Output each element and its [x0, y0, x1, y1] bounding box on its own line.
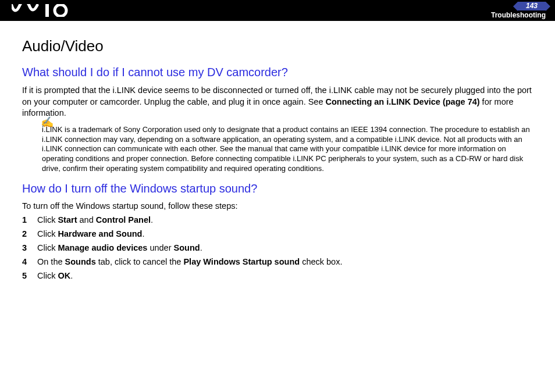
page-title: Audio/Video: [22, 37, 533, 55]
step-bold: Control Panel: [96, 215, 151, 224]
step-text: Click Hardware and Sound.: [37, 229, 533, 238]
step-item: 1Click Start and Control Panel.: [22, 215, 533, 224]
vaio-logo: [12, 4, 76, 17]
step-text: Click OK.: [37, 271, 533, 280]
step-bold: Sound: [174, 243, 200, 252]
question-1-heading: What should I do if I cannot use my DV c…: [22, 66, 533, 79]
steps-intro: To turn off the Windows startup sound, f…: [22, 201, 533, 211]
note-icon: ✍: [41, 116, 54, 129]
step-bold: OK: [58, 271, 70, 280]
step-text: Click Manage audio devices under Sound.: [37, 243, 533, 252]
steps-list: 1Click Start and Control Panel.2Click Ha…: [22, 215, 533, 280]
page-content: Audio/Video What should I do if I cannot…: [0, 21, 555, 297]
step-bold: Hardware and Sound: [58, 229, 142, 238]
ilink-device-link[interactable]: Connecting an i.LINK Device (page 74): [326, 97, 480, 106]
step-item: 3Click Manage audio devices under Sound.: [22, 243, 533, 252]
step-bold: Sounds: [65, 257, 96, 266]
step-number: 5: [22, 271, 37, 280]
svg-point-1: [55, 5, 66, 16]
question-1-body: If it is prompted that the i.LINK device…: [22, 85, 533, 119]
page-indicator: 143 Troubleshooting: [491, 2, 549, 19]
step-number: 2: [22, 229, 37, 238]
svg-rect-0: [45, 4, 49, 17]
note-block: ✍ i.LINK is a trademark of Sony Corporat…: [42, 125, 533, 174]
step-number: 1: [22, 215, 37, 224]
header-bar: 143 Troubleshooting: [0, 0, 555, 21]
step-bold: Start: [58, 215, 77, 224]
step-item: 5Click OK.: [22, 271, 533, 280]
step-text: On the Sounds tab, click to cancel the P…: [37, 257, 533, 266]
page-number-badge[interactable]: 143: [518, 2, 546, 10]
step-number: 3: [22, 243, 37, 252]
step-item: 2Click Hardware and Sound.: [22, 229, 533, 238]
step-number: 4: [22, 257, 37, 266]
step-item: 4On the Sounds tab, click to cancel the …: [22, 257, 533, 266]
step-bold: Play Windows Startup sound: [183, 257, 300, 266]
question-2-heading: How do I turn off the Windows startup so…: [22, 182, 533, 195]
section-label: Troubleshooting: [491, 12, 546, 19]
step-text: Click Start and Control Panel.: [37, 215, 533, 224]
vaio-logo-svg: [12, 4, 76, 17]
page-number: 143: [526, 2, 538, 10]
step-bold: Manage audio devices: [58, 243, 147, 252]
note-text: i.LINK is a trademark of Sony Corporatio…: [42, 125, 530, 173]
